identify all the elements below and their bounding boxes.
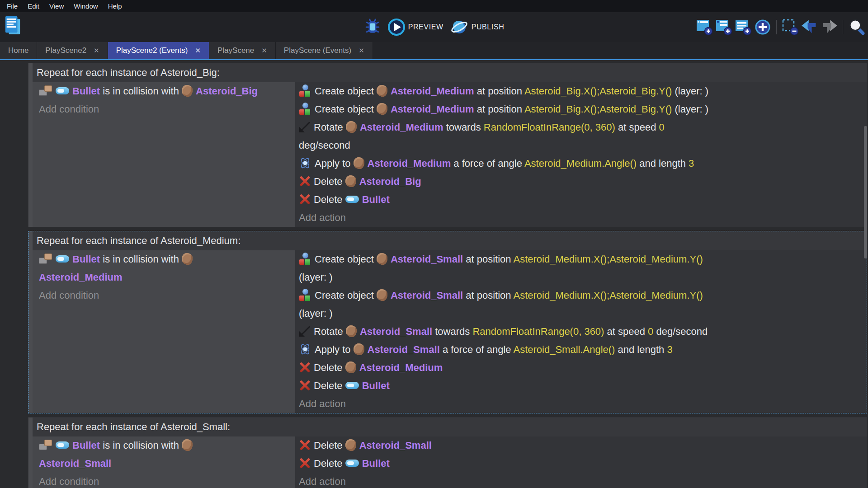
action-row[interactable]: Rotate Asteroid_Small towards RandomFloa… [299, 323, 867, 341]
condition-row[interactable]: Bullet is in collision with [39, 436, 295, 455]
text-segment: Bullet [362, 458, 390, 469]
event-drag-handle[interactable] [28, 231, 33, 413]
menu-window[interactable]: Window [69, 0, 103, 12]
tab-close-icon[interactable]: ✕ [261, 47, 267, 55]
action-row[interactable]: (layer: ) [299, 268, 867, 286]
add-condition-button[interactable]: Add condition [39, 100, 295, 118]
text-segment: Create object [315, 290, 377, 301]
condition-row[interactable]: Bullet is in collision with Asteroid_Big [39, 82, 295, 100]
publish-button[interactable]: PUBLISH [450, 18, 505, 36]
conditions-column: Bullet is in collision with Asteroid_Med… [33, 250, 295, 413]
add-action-button[interactable]: Add action [299, 209, 867, 227]
text-segment: at position [474, 85, 524, 97]
text-segment: at position [474, 103, 524, 115]
text-segment: (layer: ) [299, 308, 333, 319]
action-row[interactable]: (layer: ) [299, 305, 867, 323]
actions-column: Create object Asteroid_Medium at positio… [295, 82, 867, 227]
action-row[interactable]: Rotate Asteroid_Medium towards RandomFlo… [299, 118, 867, 136]
tab-label: PlayScene [217, 46, 254, 55]
preview-button[interactable]: PREVIEW [387, 18, 443, 36]
event-header[interactable]: Repeat for each instance of Asteroid_Med… [33, 231, 867, 250]
add-condition-button[interactable]: Add condition [39, 473, 295, 488]
debug-button[interactable] [364, 18, 381, 36]
add-action-button[interactable]: Add action [299, 395, 867, 413]
collision-icon [39, 85, 52, 96]
action-row[interactable]: Delete Bullet [299, 377, 867, 395]
delete-selection-button[interactable] [782, 18, 799, 36]
tab-playscene-events-[interactable]: PlayScene (Events)✕ [276, 42, 373, 59]
tab-playscene[interactable]: PlayScene✕ [209, 42, 276, 59]
action-row[interactable]: Delete Bullet [299, 191, 867, 209]
text-segment: Add action [299, 212, 346, 223]
tab-playscene2[interactable]: PlayScene2✕ [37, 42, 108, 59]
action-row[interactable]: Delete Bullet [299, 455, 867, 473]
add-event-button[interactable] [696, 18, 713, 36]
event-header[interactable]: Repeat for each instance of Asteroid_Sma… [33, 418, 867, 436]
add-sub-event-button[interactable] [715, 18, 732, 36]
debug-icon [364, 18, 381, 37]
event-block: Repeat for each instance of Asteroid_Big… [28, 63, 867, 227]
add-new-event-button[interactable] [754, 18, 771, 36]
undo-button[interactable] [801, 18, 818, 36]
condition-row[interactable]: Bullet is in collision with [39, 250, 295, 268]
text-segment: Delete [314, 458, 345, 469]
redo-icon [821, 19, 838, 35]
menu-view[interactable]: View [44, 0, 69, 12]
event-header[interactable]: Repeat for each instance of Asteroid_Big… [33, 63, 867, 82]
text-segment: is in collision with [100, 253, 182, 265]
preview-label[interactable]: PREVIEW [408, 23, 443, 31]
text-segment: Rotate [314, 326, 346, 337]
text-segment: Asteroid_Small [360, 326, 432, 337]
menu-edit[interactable]: Edit [23, 0, 44, 12]
text-segment: Asteroid_Small.Angle() [513, 344, 615, 355]
publish-label[interactable]: PUBLISH [472, 23, 505, 31]
condition-row[interactable]: Asteroid_Medium [39, 268, 295, 286]
conditions-column: Bullet is in collision with Asteroid_Sma… [33, 436, 295, 488]
event-body: Bullet is in collision with Asteroid_Big… [33, 82, 867, 227]
event-drag-handle[interactable] [28, 418, 33, 488]
tab-close-icon[interactable]: ✕ [195, 47, 201, 55]
action-row[interactable]: Apply to Asteroid_Medium a force of angl… [299, 155, 867, 173]
menu-help[interactable]: Help [103, 0, 127, 12]
action-row[interactable]: Create object Asteroid_Medium at positio… [299, 100, 867, 118]
text-segment: is in collision with [100, 440, 182, 451]
add-action-button[interactable]: Add action [299, 473, 867, 488]
redo-button[interactable] [821, 18, 838, 36]
text-segment: Asteroid_Medium [360, 122, 443, 133]
tab-close-icon[interactable]: ✕ [94, 47, 99, 55]
event-drag-handle[interactable] [28, 63, 33, 227]
delete-icon [299, 439, 311, 451]
tab-playscene2-events-[interactable]: PlayScene2 (Events)✕ [108, 42, 209, 59]
tab-close-icon[interactable]: ✕ [359, 47, 364, 55]
text-segment: Add action [299, 398, 346, 409]
search-button[interactable] [848, 18, 865, 36]
text-segment: 0 [659, 122, 665, 133]
menu-file[interactable]: File [2, 0, 23, 12]
text-segment: Create object [315, 85, 377, 97]
text-segment: Asteroid_Small [391, 253, 463, 265]
action-row[interactable]: Create object Asteroid_Small at position… [299, 286, 867, 305]
action-row[interactable]: deg/second [299, 136, 867, 155]
text-segment: at speed [615, 122, 659, 133]
action-row[interactable]: Apply to Asteroid_Small a force of angle… [299, 341, 867, 359]
text-segment: Delete [314, 362, 345, 373]
text-segment: RandomFloatInRange(0, 360) [484, 122, 615, 133]
search-icon [848, 19, 865, 36]
text-segment: (layer: ) [672, 85, 708, 97]
vertical-scrollbar-thumb[interactable] [864, 126, 867, 258]
text-segment: Delete [314, 194, 345, 205]
action-row[interactable]: Create object Asteroid_Small at position… [299, 250, 867, 268]
text-segment: and length [637, 158, 689, 169]
action-row[interactable]: Delete Asteroid_Big [299, 173, 867, 191]
condition-row[interactable]: Asteroid_Small [39, 455, 295, 473]
asteroid-icon [346, 121, 357, 133]
add-comment-button[interactable] [735, 18, 752, 36]
tab-home[interactable]: Home [0, 42, 37, 59]
add-condition-button[interactable]: Add condition [39, 286, 295, 305]
action-row[interactable]: Delete Asteroid_Small [299, 436, 867, 455]
asteroid-icon [345, 175, 356, 187]
action-row[interactable]: Delete Asteroid_Medium [299, 359, 867, 377]
action-row[interactable]: Create object Asteroid_Medium at positio… [299, 82, 867, 100]
text-segment: Asteroid_Medium.X();Asteroid_Medium.Y() [513, 290, 703, 301]
asteroid-icon [345, 439, 356, 451]
